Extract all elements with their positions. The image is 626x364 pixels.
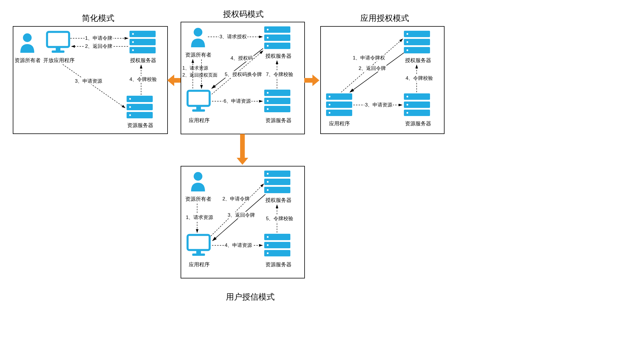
flow-u3: 3、返回令牌 xyxy=(227,212,256,218)
big-arrow-down xyxy=(237,134,248,165)
panel-usercred: 资源所有者 授权服务器 应用程序 资源服务器 xyxy=(181,166,305,278)
flow-p1: 1、申请令牌权 xyxy=(352,55,386,61)
flow-s4: 4、令牌校验 xyxy=(129,76,157,83)
title-authcode: 授权码模式 xyxy=(200,9,287,20)
flow-u1: 1、请求资源 xyxy=(185,214,214,221)
flow-s1: 1、申请令牌 xyxy=(84,35,113,41)
panel-authcode: 资源所有者 授权服务器 应用程序 资源服务器 xyxy=(181,22,305,134)
flow-a7: 7、令牌校验 xyxy=(265,71,294,78)
flow-a1: 1、请求资源 xyxy=(182,65,209,71)
flow-u4: 4、申请资源 xyxy=(224,242,253,249)
flow-a2: 2、返回授权页面 xyxy=(182,72,218,78)
big-arrow-left xyxy=(167,75,181,86)
flow-p2: 2、返回令牌 xyxy=(358,65,386,72)
flow-a3: 3、请求授权 xyxy=(219,33,247,40)
title-simplified: 简化模式 xyxy=(55,13,142,24)
flow-a4: 4、授权码 xyxy=(230,55,253,61)
flow-a6: 6、申请资源 xyxy=(223,98,251,104)
flow-p4: 4、令牌校验 xyxy=(405,75,433,82)
svg-line-82 xyxy=(211,184,264,236)
panel-simplified: 资源所有者 开放应用程序 授权服务器 资源服务器 xyxy=(13,26,168,134)
flow-u5: 5、令牌校验 xyxy=(265,215,294,222)
title-usercred: 用户授信模式 xyxy=(207,291,294,303)
title-appauth: 应用授权模式 xyxy=(341,13,428,24)
panel-appauth: 授权服务器 应用程序 资源服务器 1、申请令牌权 2、返回令牌 3、申请资源 xyxy=(320,26,445,134)
flow-a5: 5、授权码换令牌 xyxy=(224,71,262,78)
flow-p3: 3、申请资源 xyxy=(364,102,393,108)
flow-u2: 2、申请令牌 xyxy=(222,195,250,202)
flow-s3: 3、申请资源 xyxy=(74,78,103,84)
big-arrow-right xyxy=(304,75,319,86)
svg-line-37 xyxy=(212,48,263,88)
flow-s2: 2、返回令牌 xyxy=(84,43,113,50)
svg-line-18 xyxy=(63,64,125,108)
